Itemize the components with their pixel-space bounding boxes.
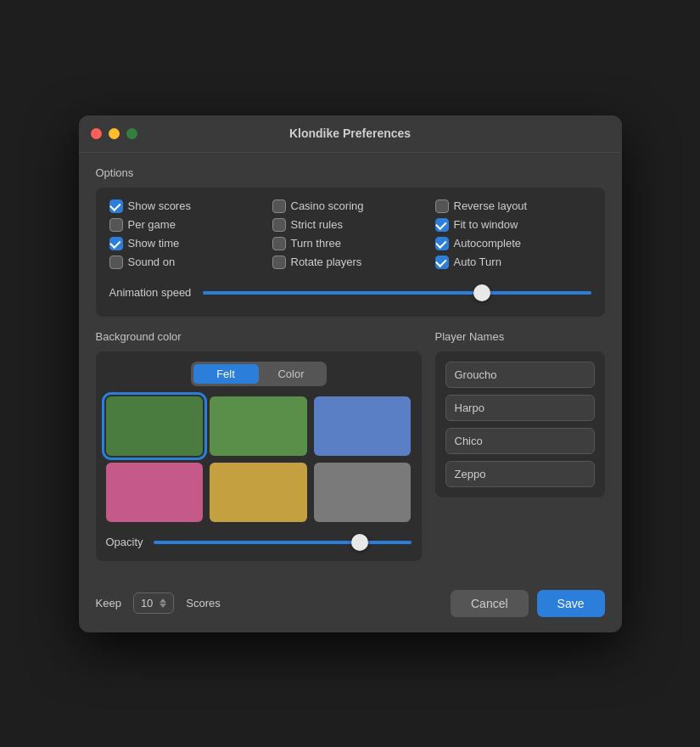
player4-input[interactable] bbox=[445, 461, 595, 487]
checkbox-show-scores-label[interactable]: Show scores bbox=[128, 199, 191, 212]
player-names-section: Player Names bbox=[435, 330, 605, 561]
minimize-button[interactable] bbox=[109, 128, 120, 139]
player-names-section-label: Player Names bbox=[435, 330, 605, 343]
save-button[interactable]: Save bbox=[537, 590, 605, 617]
title-bar: Klondike Preferences bbox=[79, 115, 622, 153]
bg-color-section-label: Background color bbox=[96, 330, 422, 343]
checkbox-sound-on[interactable] bbox=[109, 256, 123, 269]
main-content: Options Show scores Casino scoring Rever… bbox=[79, 153, 622, 578]
stepper-up[interactable] bbox=[160, 598, 166, 603]
checkbox-casino-scoring-label[interactable]: Casino scoring bbox=[291, 199, 364, 212]
opacity-thumb[interactable] bbox=[351, 534, 368, 551]
player1-input[interactable] bbox=[445, 362, 595, 388]
toggle-color[interactable]: Color bbox=[259, 364, 324, 384]
checkbox-reverse-layout[interactable] bbox=[435, 199, 449, 213]
checkbox-autocomplete-row: Autocomplete bbox=[435, 237, 591, 250]
checkbox-auto-turn[interactable] bbox=[435, 256, 449, 269]
animation-speed-label: Animation speed bbox=[109, 286, 192, 299]
bg-color-section: Background color Felt Color bbox=[96, 330, 422, 561]
checkbox-casino-scoring[interactable] bbox=[272, 199, 286, 213]
checkbox-grid: Show scores Casino scoring Reverse layou… bbox=[109, 199, 591, 269]
checkbox-auto-turn-row: Auto Turn bbox=[435, 256, 591, 269]
checkbox-rotate-players-label[interactable]: Rotate players bbox=[291, 256, 362, 268]
checkbox-per-game-label[interactable]: Per game bbox=[128, 218, 176, 231]
bottom-bar: Keep 10 Scores Cancel Save bbox=[79, 578, 622, 632]
checkbox-per-game-row: Per game bbox=[109, 218, 266, 232]
cancel-button[interactable]: Cancel bbox=[451, 590, 529, 617]
checkbox-show-scores[interactable] bbox=[109, 199, 123, 213]
opacity-row: Opacity bbox=[106, 534, 412, 551]
swatch-gray[interactable] bbox=[314, 463, 412, 522]
checkbox-turn-three-row: Turn three bbox=[272, 237, 428, 250]
checkbox-reverse-layout-label[interactable]: Reverse layout bbox=[454, 199, 528, 212]
keep-value: 10 bbox=[141, 597, 153, 609]
checkbox-show-scores-row: Show scores bbox=[109, 199, 266, 213]
checkbox-casino-scoring-row: Casino scoring bbox=[272, 199, 428, 213]
checkbox-autocomplete-label[interactable]: Autocomplete bbox=[454, 237, 522, 250]
checkbox-show-time-row: Show time bbox=[109, 237, 266, 250]
checkbox-turn-three[interactable] bbox=[272, 237, 286, 250]
checkbox-autocomplete[interactable] bbox=[435, 237, 449, 250]
checkbox-auto-turn-label[interactable]: Auto Turn bbox=[454, 256, 501, 268]
checkbox-fit-to-window-row: Fit to window bbox=[435, 218, 591, 232]
checkbox-fit-to-window-label[interactable]: Fit to window bbox=[454, 218, 518, 231]
checkbox-rotate-players-row: Rotate players bbox=[272, 256, 428, 269]
player2-input[interactable] bbox=[445, 395, 595, 421]
options-section-label: Options bbox=[96, 166, 605, 179]
animation-speed-track bbox=[203, 291, 591, 295]
checkbox-fit-to-window[interactable] bbox=[435, 218, 449, 232]
checkbox-strict-rules-row: Strict rules bbox=[272, 218, 428, 232]
animation-speed-thumb[interactable] bbox=[473, 284, 490, 301]
checkbox-per-game[interactable] bbox=[109, 218, 123, 232]
checkbox-show-time[interactable] bbox=[109, 237, 123, 250]
maximize-button[interactable] bbox=[126, 128, 137, 139]
traffic-lights bbox=[91, 128, 137, 139]
color-swatch-grid bbox=[106, 396, 412, 522]
window-title: Klondike Preferences bbox=[289, 126, 411, 140]
checkbox-strict-rules-label[interactable]: Strict rules bbox=[291, 218, 343, 231]
keep-label: Keep bbox=[96, 597, 121, 609]
swatch-pink[interactable] bbox=[106, 463, 204, 522]
checkbox-sound-on-label[interactable]: Sound on bbox=[128, 256, 176, 268]
opacity-label: Opacity bbox=[106, 536, 143, 548]
animation-speed-slider-container bbox=[203, 284, 591, 301]
checkbox-rotate-players[interactable] bbox=[272, 256, 286, 269]
options-box: Show scores Casino scoring Reverse layou… bbox=[96, 188, 605, 317]
animation-speed-row: Animation speed bbox=[109, 281, 591, 301]
checkbox-strict-rules[interactable] bbox=[272, 218, 286, 232]
opacity-slider-container bbox=[154, 534, 412, 551]
close-button[interactable] bbox=[91, 128, 102, 139]
checkbox-show-time-label[interactable]: Show time bbox=[128, 237, 180, 250]
opacity-track bbox=[154, 541, 412, 544]
bottom-panels: Background color Felt Color bbox=[96, 330, 605, 561]
stepper-down[interactable] bbox=[160, 604, 166, 608]
player3-input[interactable] bbox=[445, 428, 595, 454]
felt-color-toggle: Felt Color bbox=[191, 362, 327, 386]
checkbox-turn-three-label[interactable]: Turn three bbox=[291, 237, 342, 250]
keep-stepper[interactable]: 10 bbox=[133, 593, 174, 614]
toggle-felt[interactable]: Felt bbox=[193, 364, 259, 384]
checkbox-sound-on-row: Sound on bbox=[109, 256, 266, 269]
stepper-arrows bbox=[160, 598, 166, 608]
checkbox-reverse-layout-row: Reverse layout bbox=[435, 199, 591, 213]
bg-color-panel: Felt Color Opacity bbox=[96, 351, 422, 561]
swatch-blue[interactable] bbox=[314, 396, 412, 456]
player-names-panel bbox=[435, 351, 605, 497]
preferences-window: Klondike Preferences Options Show scores… bbox=[79, 115, 622, 632]
swatch-green-dark[interactable] bbox=[106, 396, 204, 456]
swatch-green[interactable] bbox=[210, 396, 307, 456]
swatch-yellow[interactable] bbox=[210, 463, 307, 522]
scores-label: Scores bbox=[186, 597, 220, 609]
